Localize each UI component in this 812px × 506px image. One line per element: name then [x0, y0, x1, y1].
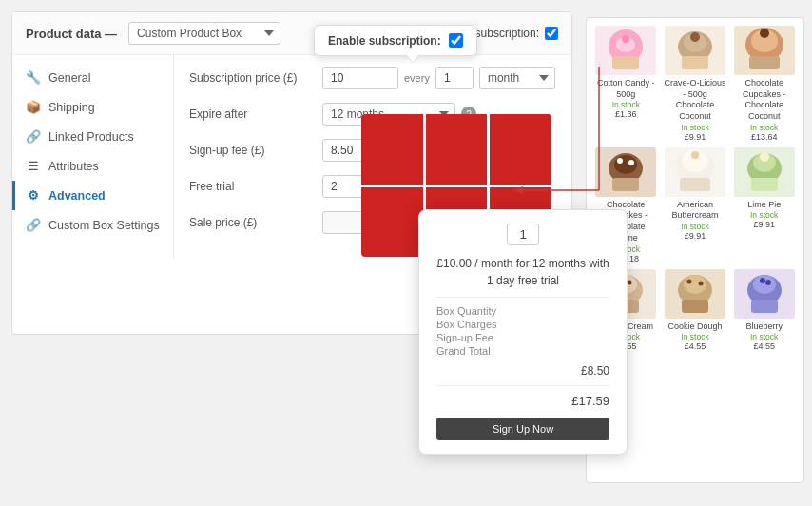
tooltip-callout-label: Enable subscription: [328, 34, 441, 48]
product-name-4: American Buttercream [664, 200, 727, 222]
svg-point-22 [617, 158, 623, 164]
label-signup-fee: Sign-up fee (£) [189, 144, 313, 157]
quantity-value: 1 [507, 224, 538, 245]
product-card-7[interactable]: Cookie Dough In stock £4.55 [664, 269, 727, 352]
sidebar-item-general[interactable]: 🔧 General [12, 63, 173, 92]
svg-point-7 [622, 35, 629, 43]
product-card-4[interactable]: American Buttercream In stock £9.91 [664, 147, 727, 263]
svg-rect-15 [749, 56, 780, 69]
subscription-popup: 1 £10.00 / month for 12 months with 1 da… [418, 209, 628, 455]
svg-point-43 [684, 275, 706, 294]
product-card-0[interactable]: Cotton Candy - 500g In stock £1.36 [594, 26, 658, 142]
label-expire-after: Expire after [189, 107, 313, 121]
svg-point-45 [698, 281, 703, 285]
red-cell-3 [490, 114, 551, 185]
sidebar-item-shipping[interactable]: 📦 Shipping [12, 92, 173, 122]
product-type-select[interactable]: Custom Product Box [128, 22, 280, 45]
svg-point-39 [628, 280, 632, 284]
wrench-icon: 🔧 [26, 70, 41, 85]
product-price-8: £4.55 [753, 341, 775, 351]
product-card-2[interactable]: Chocolate Cupcakes - Chocolate Coconut I… [732, 26, 796, 142]
svg-point-33 [760, 152, 769, 162]
product-name-5: Lime Pie [747, 200, 781, 211]
custom-box-icon: 🔗 [26, 218, 41, 232]
product-stock-2: In stock [750, 123, 778, 132]
product-stock-1: In stock [681, 123, 708, 132]
subscription-price-input[interactable] [322, 67, 398, 89]
svg-point-17 [760, 29, 769, 38]
subscription-price-controls: every month year [322, 67, 555, 89]
svg-point-50 [760, 278, 765, 283]
sub-total-value: £17.59 [571, 394, 609, 408]
label-free-trial: Free trial [189, 180, 313, 193]
attributes-icon: ☰ [26, 159, 41, 173]
product-stock-8: In stock [750, 332, 778, 341]
product-img-2 [734, 26, 795, 75]
signup-fee-row-label: Sign-up Fee [436, 332, 493, 343]
product-data-title: Product data — [26, 27, 117, 41]
svg-point-12 [690, 32, 700, 42]
sub-description: £10.00 / month for 12 months with 1 day … [436, 255, 609, 289]
sidebar-item-custom-box[interactable]: 🔗 Custom Box Settings [12, 210, 173, 240]
grand-total-label: Grand Total [436, 345, 491, 357]
svg-point-51 [765, 280, 771, 285]
svg-rect-31 [751, 178, 778, 191]
product-card-1[interactable]: Crave-O-Licious - 500g Chocolate Coconut… [664, 26, 727, 142]
box-charges-label: Box Charges [436, 319, 497, 330]
svg-point-23 [628, 160, 634, 165]
advanced-icon: ⚙ [26, 188, 41, 203]
product-price-5: £9.91 [753, 220, 775, 229]
product-img-8 [734, 269, 795, 319]
product-name-1: Crave-O-Licious - 500g Chocolate Coconut [664, 78, 727, 123]
product-img-7 [665, 269, 725, 319]
svg-rect-10 [682, 56, 708, 69]
product-card-8[interactable]: Blueberry In stock £4.55 [732, 269, 796, 352]
svg-point-28 [691, 151, 699, 159]
sidebar-label-general: General [48, 71, 90, 85]
product-img-3 [595, 147, 656, 197]
product-data-header: Product data — Custom Product Box Enable… [12, 12, 571, 55]
label-subscription-price: Subscription price (£) [189, 71, 313, 85]
product-img-0 [595, 26, 656, 75]
product-stock-0: In stock [612, 100, 640, 109]
box-quantity-label: Box Quantity [436, 305, 496, 317]
svg-rect-42 [682, 300, 708, 313]
svg-point-44 [686, 279, 691, 283]
grand-total-row: Grand Total [436, 345, 609, 357]
product-stock-5: In stock [750, 210, 778, 220]
product-price-4: £9.91 [685, 231, 706, 241]
svg-rect-20 [612, 178, 639, 191]
link-icon: 🔗 [26, 129, 41, 144]
every-value-input[interactable] [435, 67, 474, 89]
separator-1 [436, 297, 609, 298]
sidebar-item-linked-products[interactable]: 🔗 Linked Products [12, 122, 173, 151]
field-row-subscription-price: Subscription price (£) every month year [189, 67, 556, 89]
product-name-7: Cookie Dough [667, 321, 722, 333]
product-price-7: £4.55 [685, 341, 706, 351]
svg-point-21 [614, 155, 637, 174]
product-stock-4: In stock [681, 222, 708, 231]
box-quantity-row: Box Quantity [436, 305, 609, 317]
product-img-5 [734, 147, 795, 197]
shipping-icon: 📦 [26, 100, 41, 114]
sub-price-row: £8.50 [436, 364, 609, 378]
product-card-5[interactable]: Lime Pie In stock £9.91 [732, 147, 796, 263]
enable-subscription-checkbox-header[interactable] [545, 27, 558, 40]
enable-subscription-checkbox-tooltip[interactable] [449, 33, 463, 48]
sub-quantity: 1 [436, 224, 609, 245]
period-select[interactable]: month year [479, 67, 555, 89]
sub-price-value: £8.50 [581, 364, 609, 378]
sidebar-label-attributes: Attributes [48, 160, 99, 173]
product-price-1: £9.91 [685, 132, 706, 142]
signup-button[interactable]: Sign Up Now [436, 418, 609, 440]
box-charges-row: Box Charges [436, 319, 609, 330]
sub-rows-section: Box Quantity Box Charges Sign-up Fee Gra… [436, 305, 609, 357]
sidebar-item-attributes[interactable]: ☰ Attributes [12, 151, 173, 181]
product-name-8: Blueberry [745, 321, 783, 333]
every-label: every [404, 72, 430, 84]
product-price-2: £13.64 [751, 132, 778, 142]
red-cell-2 [426, 114, 488, 185]
sidebar-item-advanced[interactable]: ⚙ Advanced [12, 181, 173, 210]
tooltip-callout: Enable subscription: [314, 25, 477, 56]
svg-point-49 [753, 275, 776, 294]
